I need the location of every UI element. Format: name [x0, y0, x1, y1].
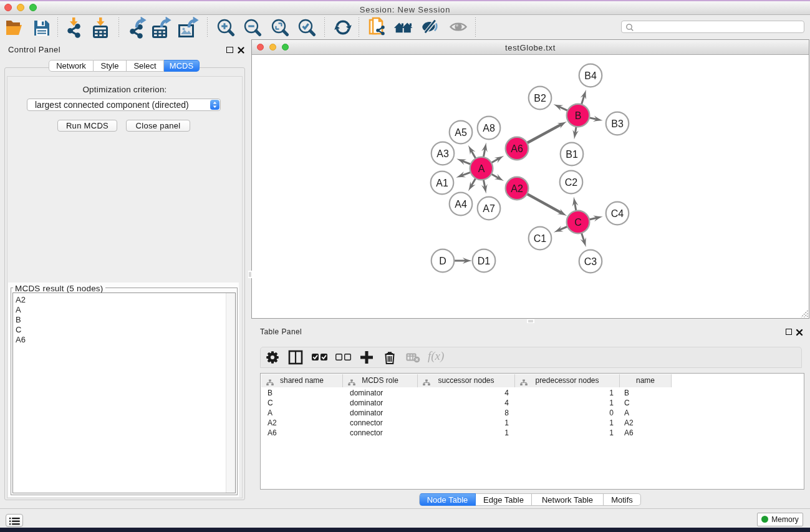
svg-text:B1: B1 [566, 149, 578, 160]
svg-text:C4: C4 [611, 208, 624, 219]
svg-text:A5: A5 [455, 127, 467, 138]
svg-text:B4: B4 [584, 70, 597, 81]
svg-text:C3: C3 [584, 256, 597, 267]
svg-text:C: C [574, 217, 582, 228]
svg-text:B: B [575, 110, 582, 121]
svg-text:C1: C1 [534, 233, 547, 244]
svg-text:C2: C2 [565, 177, 578, 188]
svg-text:B2: B2 [534, 93, 546, 104]
svg-text:A2: A2 [511, 183, 523, 194]
svg-text:A1: A1 [436, 178, 448, 188]
svg-text:A7: A7 [483, 203, 495, 214]
svg-text:A: A [478, 163, 485, 174]
svg-text:B3: B3 [611, 118, 624, 129]
svg-text:D: D [439, 256, 446, 266]
svg-text:A3: A3 [436, 148, 449, 159]
svg-text:D1: D1 [478, 256, 491, 266]
svg-text:A4: A4 [455, 199, 467, 210]
svg-text:A8: A8 [483, 123, 495, 133]
svg-text:A6: A6 [511, 143, 523, 154]
